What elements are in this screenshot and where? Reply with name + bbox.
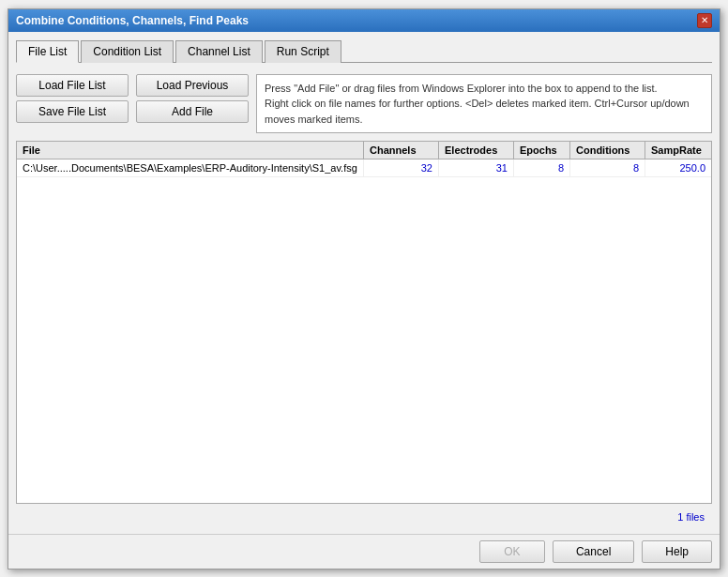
- window-title: Combine Conditions, Channels, Find Peaks: [16, 14, 249, 27]
- close-button[interactable]: ✕: [697, 13, 712, 28]
- help-button[interactable]: Help: [642, 540, 712, 563]
- tab-condition-list[interactable]: Condition List: [81, 40, 174, 63]
- main-window: Combine Conditions, Channels, Find Peaks…: [8, 8, 720, 569]
- table-row[interactable]: C:\User.....Documents\BESA\Examples\ERP-…: [17, 159, 711, 177]
- file-table: File Channels Electrodes Epochs Conditio…: [16, 141, 712, 504]
- left-button-group: Load File List Save File List: [16, 74, 129, 134]
- save-file-list-button[interactable]: Save File List: [16, 100, 129, 123]
- tab-bar: File List Condition List Channel List Ru…: [16, 39, 712, 63]
- title-bar: Combine Conditions, Channels, Find Peaks…: [8, 9, 720, 32]
- cell-conditions: 8: [570, 159, 645, 176]
- bottom-bar: OK Cancel Help: [8, 534, 720, 569]
- cell-electrodes: 31: [439, 159, 514, 176]
- cell-file: C:\User.....Documents\BESA\Examples\ERP-…: [17, 159, 364, 176]
- window-content: File List Condition List Channel List Ru…: [8, 32, 720, 534]
- toolbar-area: Load File List Save File List Load Previ…: [16, 67, 712, 138]
- file-count-bar: 1 files: [16, 508, 712, 526]
- table-body: C:\User.....Documents\BESA\Examples\ERP-…: [17, 159, 711, 503]
- cell-channels: 32: [364, 159, 439, 176]
- cell-epochs: 8: [514, 159, 570, 176]
- right-button-group: Load Previous Add File: [136, 74, 249, 134]
- tab-file-list[interactable]: File List: [16, 40, 79, 63]
- cell-samprate: 250.0: [645, 159, 711, 176]
- col-electrodes: Electrodes: [439, 142, 514, 159]
- load-previous-button[interactable]: Load Previous: [136, 74, 249, 97]
- col-samprate: SampRate: [645, 142, 711, 159]
- info-line1: Press "Add File" or drag files from Wind…: [265, 83, 658, 94]
- info-box: Press "Add File" or drag files from Wind…: [256, 74, 712, 134]
- file-count: 1 files: [677, 511, 705, 523]
- tab-run-script[interactable]: Run Script: [265, 40, 341, 63]
- info-line3: moves marked items.: [265, 114, 363, 125]
- table-header: File Channels Electrodes Epochs Conditio…: [17, 142, 711, 159]
- col-epochs: Epochs: [514, 142, 570, 159]
- col-channels: Channels: [364, 142, 439, 159]
- info-line2: Right click on file names for further op…: [265, 98, 690, 109]
- col-file: File: [17, 142, 364, 159]
- tab-channel-list[interactable]: Channel List: [175, 40, 263, 63]
- load-file-list-button[interactable]: Load File List: [16, 74, 129, 97]
- add-file-button[interactable]: Add File: [136, 100, 249, 123]
- cancel-button[interactable]: Cancel: [553, 540, 634, 563]
- col-conditions: Conditions: [570, 142, 645, 159]
- ok-button[interactable]: OK: [479, 540, 545, 563]
